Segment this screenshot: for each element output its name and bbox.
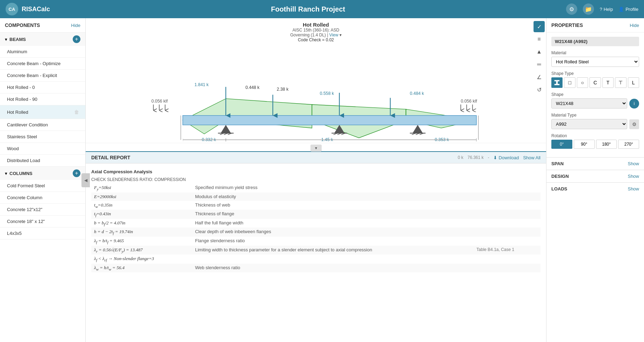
sidebar-item-label: Hot Rolled - 0 [7, 85, 35, 90]
beam-diagram-svg: 0.056 klf 0.056 klf [86, 44, 546, 142]
add-beam-button[interactable]: + [73, 35, 80, 43]
sidebar-item[interactable]: Concrete 12"x12" [0, 204, 85, 216]
design-section[interactable]: DESIGN Show [546, 170, 644, 182]
help-button[interactable]: ? Help [600, 7, 613, 12]
reference-cell [474, 264, 541, 273]
shape-info-button[interactable]: i [629, 99, 639, 109]
components-hide-button[interactable]: Hide [71, 23, 80, 28]
header: CA RISACalc Foothill Ranch Project ⚙ 📁 ?… [0, 0, 644, 18]
sidebar-item[interactable]: Concrete Column [0, 192, 85, 204]
material-select[interactable]: Hot Rolled Steel [551, 57, 639, 67]
sidebar-item[interactable]: Cantilever Condition [0, 119, 85, 131]
sidebar-item[interactable]: Concrete Beam - Explicit [0, 70, 85, 82]
checkmark-button[interactable]: ✓ [534, 21, 545, 32]
chevron-down-icon: ▾ [5, 171, 7, 176]
sidebar-item[interactable]: Distributed Load [0, 155, 85, 167]
formula-cell: tw=0.35in [91, 201, 192, 210]
download-label: Download [499, 155, 519, 160]
shape-type-circle-button[interactable]: ○ [577, 77, 588, 88]
formula-cell: h = d − 2tf = 19.74in [91, 228, 192, 237]
list-button[interactable]: ≡ [534, 34, 545, 45]
diagram-label: Hot Rolled AISC 15th (360-16): ASD Gover… [86, 18, 546, 44]
beam-title: Hot Rolled [86, 22, 546, 28]
code-check: Code Check = 0.02 [86, 37, 546, 42]
svg-text:0.056 klf: 0.056 klf [151, 99, 168, 104]
material-type-select[interactable]: A992 [551, 119, 627, 129]
svg-text:0.558 k: 0.558 k [320, 91, 334, 96]
view-link[interactable]: View [329, 33, 338, 37]
shape-type-T-button[interactable]: T [602, 77, 614, 88]
report-actions: 0 k 76.361 k - ⬇ Download Show All [458, 155, 541, 160]
shape-type-rect-button[interactable]: □ [564, 77, 575, 88]
loads-show-button[interactable]: Show [628, 186, 639, 191]
formula-cell: λf = b/tf = 9.465 [91, 237, 192, 246]
svg-text:16 ft: 16 ft [343, 141, 351, 142]
beams-collapse[interactable]: ▾ BEAMS [5, 37, 26, 42]
download-button[interactable]: ⬇ Download [493, 155, 519, 160]
chevron-down-button[interactable]: ▾ [310, 145, 322, 152]
sidebar-item[interactable]: L4x3x5 [0, 228, 85, 239]
properties-hide-button[interactable]: Hide [630, 23, 639, 28]
sidebar-item-label: Cold Formed Steel [7, 183, 45, 188]
values-76361k: 76.361 k [467, 155, 484, 160]
rotation-0-button[interactable]: 0° [551, 140, 572, 149]
description-cell: Modulus of elasticity [192, 193, 474, 201]
description-cell: Thickness of web [192, 201, 474, 210]
columns-section-header: ▾ COLUMNS + [0, 167, 85, 180]
properties-title: PROPERTIES [551, 22, 583, 28]
folder-button[interactable]: 📁 [583, 4, 594, 15]
add-column-button[interactable]: + [73, 169, 80, 177]
svg-text:0.484 k: 0.484 k [410, 91, 424, 96]
sidebar-item-hot-rolled[interactable]: Hot Rolled 🗑 [0, 105, 85, 119]
profile-label: Profile [625, 7, 638, 12]
governing-line: Governing (1.4 DL) | View ▾ [86, 33, 546, 37]
sidebar-item[interactable]: Hot Rolled - 0 [0, 82, 85, 93]
shape-type-L-button[interactable]: L [628, 77, 639, 88]
svg-text:-1.45 k: -1.45 k [320, 137, 333, 142]
shape-type-C-button[interactable]: C [589, 77, 601, 88]
span-show-button[interactable]: Show [628, 161, 639, 166]
columns-collapse[interactable]: ▾ COLUMNS [5, 171, 33, 176]
shape-type-I-button[interactable] [551, 77, 563, 88]
rotation-180-button[interactable]: 180° [596, 140, 617, 149]
values-0k: 0 k [458, 155, 463, 160]
triangle-button[interactable]: ▲ [534, 46, 545, 57]
rotate-button[interactable]: ↺ [534, 84, 545, 95]
collapse-left-button[interactable]: ◀ [81, 173, 90, 187]
shape-select[interactable]: W21X48 [551, 98, 627, 109]
show-all-button[interactable]: Show All [523, 155, 541, 160]
spec-text: AISC 15th (360-16): ASD [292, 28, 339, 33]
loads-section[interactable]: LOADS Show [546, 182, 644, 195]
logo-text: CA [9, 7, 15, 12]
settings-button[interactable]: ⚙ [566, 4, 577, 15]
reference-cell [474, 193, 541, 201]
sidebar-item-label: Aluminum [7, 49, 27, 54]
profile-button[interactable]: 👤 Profile [618, 7, 638, 12]
material-type-row: Material Type A992 ⚙ [551, 113, 639, 129]
angle-button[interactable]: ∠ [534, 71, 545, 83]
sidebar-item-label: Hot Rolled [7, 110, 28, 115]
rotation-90-button[interactable]: 90° [574, 140, 595, 149]
shape-type-row: Shape Type □ ○ C T ⊤ L [551, 71, 639, 88]
rotation-row: Rotation 0° 90° 180° 270° [551, 133, 639, 149]
span-section[interactable]: SPAN Show [546, 157, 644, 170]
svg-rect-17 [183, 116, 477, 125]
shape-type-inv-T-button[interactable]: ⊤ [615, 77, 626, 88]
sidebar-item[interactable]: Wood [0, 143, 85, 155]
design-show-button[interactable]: Show [628, 174, 639, 179]
help-icon: ? [600, 7, 602, 12]
rotation-270-button[interactable]: 270° [618, 140, 639, 149]
loads-label: LOADS [551, 186, 567, 191]
sidebar-item[interactable]: Cold Formed Steel [0, 180, 85, 192]
sidebar-item[interactable]: Aluminum [0, 46, 85, 58]
line-button[interactable]: ═ [534, 59, 545, 70]
sidebar-item[interactable]: Concrete 18" x 12" [0, 216, 85, 228]
delete-hot-rolled-button[interactable]: 🗑 [73, 109, 80, 116]
material-type-gear-button[interactable]: ⚙ [629, 119, 639, 129]
sidebar-item[interactable]: Hot Rolled - 90 [0, 93, 85, 105]
diagram-toolbar: ✓ ≡ ▲ ═ ∠ ↺ [532, 18, 546, 98]
description-cell: Specified minimum yield stress [192, 183, 474, 193]
design-label: DESIGN [551, 174, 569, 179]
sidebar-item[interactable]: Stainless Steel [0, 131, 85, 143]
sidebar-item[interactable]: Concrete Beam - Optimize [0, 58, 85, 70]
